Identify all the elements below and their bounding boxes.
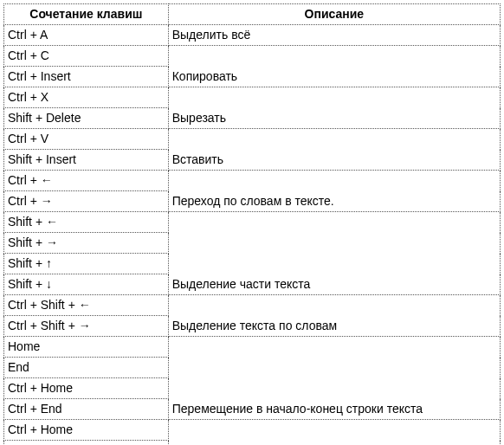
shortcut-cell: Ctrl + → [4, 191, 169, 212]
description-cell: Вырезать [168, 108, 500, 129]
description-cell: Выделение части текста [168, 274, 500, 295]
table-row: Ctrl + EndПеремещение в начало-конец стр… [4, 399, 501, 420]
header-shortcut: Сочетание клавиш [4, 4, 169, 25]
shortcuts-table: Сочетание клавиш Описание Ctrl + AВыдели… [3, 3, 501, 445]
table-row: Ctrl + EndПеремещение в начало-конец док… [4, 441, 501, 446]
table-row: Home [4, 337, 501, 358]
description-cell: Выделение текста по словам [168, 316, 500, 337]
description-cell [168, 171, 500, 191]
description-cell [168, 87, 500, 108]
shortcut-cell: Ctrl + C [4, 46, 169, 67]
shortcut-cell: Home [4, 337, 169, 358]
description-cell: Переход по словам в тексте. [168, 191, 500, 212]
description-cell [168, 337, 500, 358]
description-cell [168, 420, 500, 441]
description-cell [168, 358, 500, 378]
description-cell [168, 212, 500, 233]
table-row: Ctrl + Shift + ← [4, 295, 501, 316]
description-cell [168, 378, 500, 399]
table-row: Ctrl + Home [4, 378, 501, 399]
table-row: Ctrl + ← [4, 171, 501, 191]
shortcut-cell: Ctrl + X [4, 87, 169, 108]
shortcut-cell: Ctrl + End [4, 399, 169, 420]
table-row: Shift + → [4, 233, 501, 254]
description-cell: Копировать [168, 67, 500, 87]
table-row: Ctrl + InsertКопировать [4, 67, 501, 87]
table-row: Shift + ← [4, 212, 501, 233]
shortcut-cell: Shift + Insert [4, 150, 169, 171]
table-row: Shift + DeleteВырезать [4, 108, 501, 129]
shortcut-cell: Ctrl + A [4, 25, 169, 46]
table-row: Ctrl + →Переход по словам в тексте. [4, 191, 501, 212]
description-cell: Перемещение в начало-конец строки текста [168, 399, 500, 420]
table-row: Shift + ↑ [4, 254, 501, 274]
description-cell: Перемещение в начало-конец документа [168, 441, 500, 446]
table-row: Shift + ↓Выделение части текста [4, 274, 501, 295]
shortcut-cell: Ctrl + ← [4, 171, 169, 191]
description-cell: Выделить всё [168, 25, 500, 46]
table-row: Shift + InsertВставить [4, 150, 501, 171]
shortcut-cell: Ctrl + End [4, 441, 169, 446]
shortcut-cell: Ctrl + Shift + → [4, 316, 169, 337]
shortcut-cell: Shift + Delete [4, 108, 169, 129]
table-row: Ctrl + X [4, 87, 501, 108]
table-row: Ctrl + Shift + →Выделение текста по слов… [4, 316, 501, 337]
header-description: Описание [168, 4, 500, 25]
shortcut-cell: Shift + ← [4, 212, 169, 233]
table-row: End [4, 358, 501, 378]
shortcut-cell: Ctrl + Home [4, 420, 169, 441]
description-cell [168, 46, 500, 67]
shortcut-cell: Shift + ↑ [4, 254, 169, 274]
table-header-row: Сочетание клавиш Описание [4, 4, 501, 25]
shortcut-cell: Shift + → [4, 233, 169, 254]
shortcut-cell: Ctrl + Shift + ← [4, 295, 169, 316]
description-cell [168, 129, 500, 150]
shortcut-cell: Ctrl + Home [4, 378, 169, 399]
description-cell [168, 233, 500, 254]
description-cell [168, 254, 500, 274]
shortcut-cell: End [4, 358, 169, 378]
description-cell: Вставить [168, 150, 500, 171]
table-row: Ctrl + Home [4, 420, 501, 441]
description-cell [168, 295, 500, 316]
table-row: Ctrl + AВыделить всё [4, 25, 501, 46]
shortcut-cell: Ctrl + V [4, 129, 169, 150]
shortcut-cell: Shift + ↓ [4, 274, 169, 295]
table-row: Ctrl + V [4, 129, 501, 150]
shortcut-cell: Ctrl + Insert [4, 67, 169, 87]
table-row: Ctrl + C [4, 46, 501, 67]
